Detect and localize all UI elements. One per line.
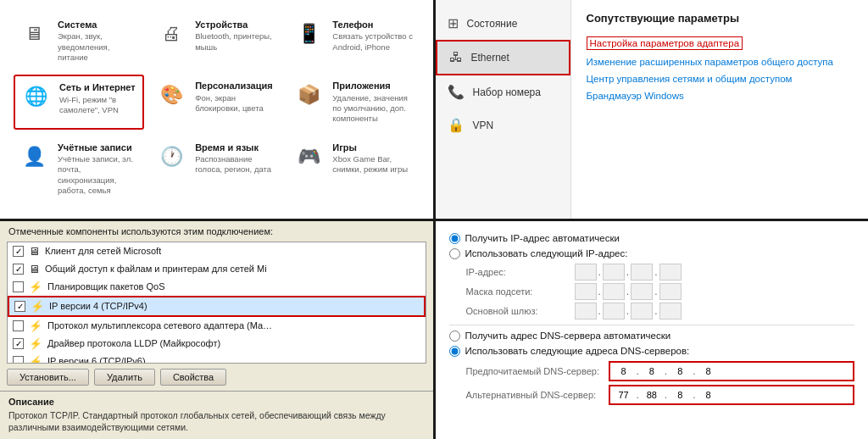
settings-item-prilozeniya[interactable]: 📦 Приложения Удаление, значения по умолч…: [288, 75, 419, 129]
settings-desc-personalizaciya: Фон, экран блокировки, цвета: [195, 93, 276, 114]
ip-octet-input: [603, 303, 625, 320]
manual-dns-radio[interactable]: [449, 346, 460, 357]
comp-checkbox-planirovshik[interactable]: [13, 281, 24, 292]
manual-dns-row: Использовать следующие адреса DNS-сервер…: [449, 346, 855, 357]
description-box: Описание Протокол TCP/IP. Стандартный пр…: [0, 391, 433, 439]
settings-title-telefon: Телефон: [332, 19, 414, 31]
left-nav: ⊞ Состояние 🖧 Ethernet 📞 Набор номера 🔒 …: [436, 0, 571, 219]
props-button[interactable]: Свойства: [160, 369, 226, 386]
settings-item-telefon[interactable]: 📱 Телефон Связать устройство с Android, …: [288, 14, 419, 68]
comp-checkbox-ipv4[interactable]: ✓: [14, 301, 25, 312]
settings-desc-telefon: Связать устройство с Android, iPhone: [332, 31, 414, 53]
dns-input-alternate: ...: [609, 385, 855, 405]
dns-octet-input-alternate[interactable]: [641, 387, 663, 403]
comp-icon-planirovshik: ⚡: [29, 281, 42, 293]
comp-label-obshiy: Общий доступ к файлам и принтерам для се…: [45, 264, 267, 274]
comp-item-ipv4[interactable]: ✓ ⚡ IP версии 4 (TCP/IPv4): [8, 296, 426, 317]
ip-settings-panel: Получить IP-адрес автоматическиИспользов…: [436, 221, 869, 440]
settings-item-personalizaciya[interactable]: 🎨 Персонализация Фон, экран блокировки, …: [151, 75, 281, 129]
comp-label-planirovshik: Планировщик пакетов QoS: [47, 281, 165, 292]
nav-item-ethernet[interactable]: 🖧 Ethernet: [436, 40, 570, 75]
settings-item-vremya[interactable]: 🕐 Время и язык Распознавание голоса, рег…: [151, 136, 281, 202]
dns-field-grid: Предпочитаемый DNS-сервер:...Альтернатив…: [466, 361, 855, 405]
nav-label-sostoyanie: Состояние: [467, 18, 518, 30]
link-izmenenie[interactable]: Изменение расширенных параметров общего …: [587, 57, 854, 67]
settings-item-sistema[interactable]: 🖥 Система Экран, звук, уведомления, пита…: [14, 14, 144, 68]
nav-item-nabor[interactable]: 📞 Набор номера: [436, 75, 570, 108]
comp-icon-ipv6: ⚡: [29, 355, 42, 364]
nav-item-sostoyanie[interactable]: ⊞ Состояние: [436, 7, 570, 40]
settings-icon-prilozeniya: 📦: [293, 80, 324, 110]
manual-ip-radio[interactable]: [449, 248, 460, 259]
ip-sep: .: [626, 286, 629, 297]
settings-title-sistema: Система: [58, 19, 139, 31]
settings-item-uchetnye[interactable]: 👤 Учётные записи Учётные записи, эл. поч…: [14, 136, 144, 202]
dns-sep: .: [665, 365, 667, 377]
dns-octet-input-preferred[interactable]: [698, 364, 720, 379]
settings-desc-prilozeniya: Удаление, значения по умолчанию, доп. ко…: [332, 93, 414, 125]
auto-dns-radio[interactable]: [449, 331, 460, 342]
settings-item-set[interactable]: 🌐 Сеть и Интернет Wi-Fi, режим "в самоле…: [14, 75, 144, 129]
settings-text-prilozeniya: Приложения Удаление, значения по умолчан…: [332, 80, 414, 124]
comp-item-ipv6[interactable]: ⚡ IP версии 6 (TCP/IPv6): [8, 353, 426, 364]
dns-octet-input-alternate[interactable]: [669, 387, 691, 403]
comp-checkbox-lldp[interactable]: ✓: [13, 338, 24, 349]
comp-item-multipleksor[interactable]: ⚡ Протокол мультиплексора сетевого адапт…: [8, 317, 426, 335]
nav-icon-sostoyanie: ⊞: [448, 15, 459, 31]
comp-item-obshiy[interactable]: ✓ 🖥 Общий доступ к файлам и принтерам дл…: [8, 260, 426, 278]
comp-item-lldp[interactable]: ✓ ⚡ Драйвер протокола LLDP (Майкрософт): [8, 335, 426, 353]
dns-input-preferred: ...: [609, 361, 855, 381]
ip-octet-input: [659, 283, 682, 300]
comp-checkbox-ipv6[interactable]: [13, 356, 24, 364]
remove-button[interactable]: Удалить: [94, 369, 155, 386]
dns-octet-input-preferred[interactable]: [613, 364, 635, 379]
comp-checkbox-obshiy[interactable]: ✓: [13, 264, 24, 275]
comp-icon-ipv4: ⚡: [31, 300, 44, 313]
auto-ip-row: Получить IP-адрес автоматически: [449, 233, 855, 244]
ip-sep: .: [598, 266, 601, 278]
ip-octet-input: [631, 303, 653, 320]
ip-sep: .: [626, 266, 629, 278]
manual-dns-label: Использовать следующие адреса DNS-сервер…: [465, 346, 690, 356]
dns-octet-input-alternate[interactable]: [613, 387, 635, 403]
comp-checkbox-multipleksor[interactable]: [13, 320, 24, 331]
settings-text-personalizaciya: Персонализация Фон, экран блокировки, цв…: [195, 80, 276, 114]
settings-title-prilozeniya: Приложения: [332, 80, 414, 92]
settings-title-uchetnye: Учётные записи: [58, 142, 139, 153]
link-nastroika[interactable]: Настройка параметров адаптера: [587, 36, 743, 50]
settings-text-vremya: Время и язык Распознавание голоса, регио…: [195, 142, 276, 175]
dns-octet-input-alternate[interactable]: [698, 387, 720, 403]
manual-ip-row: Использовать следующий IP-адрес:: [449, 248, 855, 259]
comp-label-microsoft: Клиент для сетей Microsoft: [45, 246, 161, 256]
link-brandmauer[interactable]: Брандмауэр Windows: [587, 91, 854, 101]
settings-title-set: Сеть и Интернет: [59, 81, 137, 93]
auto-dns-label: Получить адрес DNS-сервера автоматически: [465, 331, 671, 341]
settings-item-ustroistva[interactable]: 🖨 Устройства Bluetooth, принтеры, мышь: [151, 14, 281, 68]
link-centr[interactable]: Центр управления сетями и общим доступом: [587, 74, 854, 84]
comp-label-ipv4: IP версии 4 (TCP/IPv4): [49, 301, 147, 311]
ip-sep: .: [654, 305, 657, 317]
dns-sep: .: [693, 365, 695, 377]
ip-octet-input: [575, 264, 597, 281]
nav-icon-nabor: 📞: [448, 84, 465, 100]
settings-text-igry: Игры Xbox Game Bar, снимки, режим игры: [332, 142, 414, 175]
components-list[interactable]: ✓ 🖥 Клиент для сетей Microsoft ✓ 🖥 Общий…: [7, 242, 426, 364]
settings-desc-sistema: Экран, звук, уведомления, питание: [58, 31, 139, 63]
right-content: Сопутствующие параметры Настройка параме…: [571, 0, 869, 219]
settings-icon-igry: 🎮: [293, 142, 324, 172]
dns-octet-input-preferred[interactable]: [669, 364, 691, 379]
comp-item-planirovshik[interactable]: ⚡ Планировщик пакетов QoS: [8, 278, 426, 296]
auto-ip-radio[interactable]: [449, 233, 460, 244]
settings-title-personalizaciya: Персонализация: [195, 80, 276, 92]
settings-desc-set: Wi-Fi, режим "в самолете", VPN: [59, 95, 137, 116]
settings-icon-ustroistva: 🖨: [156, 19, 186, 49]
comp-checkbox-microsoft[interactable]: ✓: [13, 246, 24, 257]
desc-text: Протокол TCP/IP. Стандартный протокол гл…: [8, 409, 425, 434]
dns-octet-input-preferred[interactable]: [641, 364, 663, 379]
nav-item-vpn[interactable]: 🔒 VPN: [436, 108, 570, 142]
install-button[interactable]: Установить...: [7, 369, 89, 386]
settings-item-igry[interactable]: 🎮 Игры Xbox Game Bar, снимки, режим игры: [288, 136, 419, 202]
ip-octet-input: [575, 303, 597, 320]
comp-item-microsoft[interactable]: ✓ 🖥 Клиент для сетей Microsoft: [8, 242, 426, 260]
dns-label-alternate: Альтернативный DNS-сервер:: [466, 385, 602, 405]
